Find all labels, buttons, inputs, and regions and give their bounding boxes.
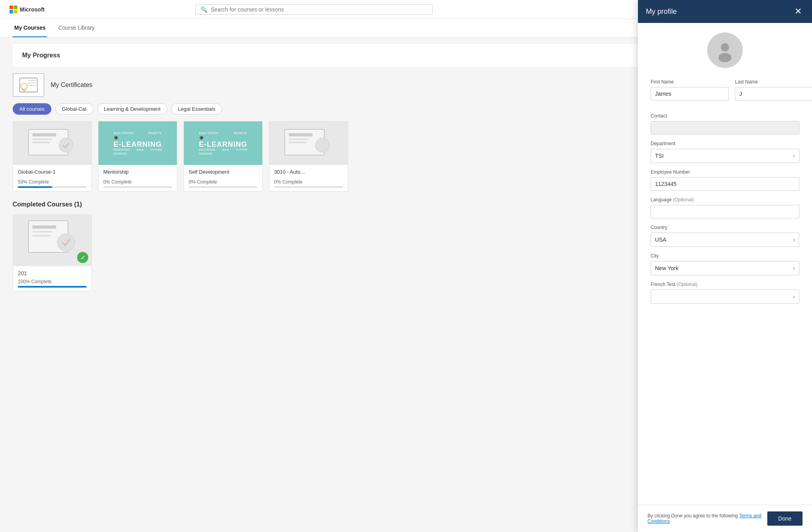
- progress-bar-1: [18, 186, 87, 188]
- svg-rect-19: [32, 225, 56, 229]
- pill-learning-development[interactable]: Learning & Development: [97, 103, 167, 115]
- done-button[interactable]: Done: [767, 511, 803, 526]
- city-value: New York: [655, 265, 678, 271]
- progress-fill-1: [18, 186, 52, 188]
- country-label: Country: [651, 225, 799, 230]
- course-card-4[interactable]: 3010 - Auto... 0% Complete: [269, 121, 348, 191]
- french-test-group: French Test (Optional) ›: [651, 282, 799, 304]
- course-thumb-4: [269, 121, 348, 165]
- city-group: City New York ›: [651, 253, 799, 275]
- profile-panel-title: My profile: [646, 8, 677, 16]
- svg-rect-8: [32, 138, 52, 140]
- footer-terms: By clicking Done you agree to the follow…: [647, 513, 767, 524]
- check-badge: ✓: [77, 252, 88, 263]
- employee-number-input[interactable]: [651, 177, 799, 191]
- avatar-container: [651, 32, 799, 68]
- course-card-1[interactable]: Global-Course-1 50% Complete: [13, 121, 92, 191]
- course-info-2: Mentorship 0% Complete: [98, 165, 177, 191]
- completed-card-info-1: 201 100% Complete: [13, 266, 91, 291]
- tab-my-courses[interactable]: My Courses: [13, 19, 47, 37]
- svg-rect-9: [32, 142, 50, 143]
- name-row: First Name Last Name: [651, 79, 799, 107]
- first-name-group: First Name: [651, 79, 729, 100]
- course-progress-text-2: 0% Complete: [103, 179, 172, 185]
- completed-icon-1: [21, 217, 84, 264]
- contact-input[interactable]: [651, 121, 799, 134]
- employee-number-label: Employee Number: [651, 169, 799, 175]
- course-progress-text-3: 0% Complete: [189, 179, 257, 185]
- svg-rect-21: [32, 235, 50, 237]
- elearning-content-3: ELECTRONICREMOTE 🎓 E-LEARNING EDUCATION★…: [196, 128, 250, 159]
- course-card-2[interactable]: ELECTRONICREMOTE 🎓 E-LEARNING EDUCATION★…: [98, 121, 177, 191]
- completed-progress-text-1: 100% Complete: [18, 279, 87, 284]
- svg-rect-7: [32, 133, 56, 136]
- first-name-input[interactable]: [651, 87, 729, 100]
- course-card-3[interactable]: ELECTRONICREMOTE 🎓 E-LEARNING EDUCATION★…: [184, 121, 263, 191]
- completed-thumb-1: ✓: [13, 215, 91, 266]
- svg-point-24: [721, 43, 729, 51]
- course-icon-1: [21, 123, 84, 163]
- course-progress-text-1: 50% Complete: [18, 179, 87, 185]
- course-title-4: 3010 - Auto...: [274, 169, 343, 177]
- last-name-input[interactable]: [735, 87, 812, 100]
- close-profile-button[interactable]: ✕: [792, 6, 804, 17]
- pill-global-cat[interactable]: Global-Cat: [55, 103, 93, 115]
- certificate-svg: [19, 77, 38, 93]
- svg-point-10: [59, 138, 73, 152]
- course-info-4: 3010 - Auto... 0% Complete: [269, 165, 348, 191]
- contact-group: Contact: [651, 113, 799, 134]
- language-group: Language (Optional): [651, 197, 799, 218]
- completed-progress-fill-1: [18, 286, 87, 288]
- language-input[interactable]: [651, 205, 799, 218]
- course-title-1: Global-Course-1: [18, 169, 87, 177]
- first-name-label: First Name: [651, 79, 729, 85]
- city-select[interactable]: New York ›: [651, 261, 799, 275]
- course-title-3: Self Development: [189, 169, 257, 177]
- department-chevron-icon: ›: [793, 152, 795, 159]
- department-label: Department: [651, 141, 799, 146]
- logo-grid: [9, 6, 17, 13]
- profile-panel-header: My profile ✕: [638, 0, 812, 23]
- course-title-2: Mentorship: [103, 169, 172, 177]
- completed-progress-bar-1: [18, 286, 87, 288]
- course-thumb-2: ELECTRONICREMOTE 🎓 E-LEARNING EDUCATION★…: [98, 121, 177, 165]
- search-input[interactable]: [210, 6, 428, 13]
- avatar: [707, 32, 743, 68]
- french-test-select[interactable]: ›: [651, 290, 799, 304]
- microsoft-logo: Microsoft: [9, 6, 45, 13]
- progress-bar-4: [274, 186, 343, 188]
- completed-card-1[interactable]: ✓ 201 100% Complete: [13, 214, 92, 291]
- course-info-1: Global-Course-1 50% Complete: [13, 165, 91, 191]
- french-test-chevron-icon: ›: [793, 293, 795, 300]
- svg-rect-15: [289, 142, 307, 143]
- completed-course-title-1: 201: [18, 270, 87, 276]
- last-name-label: Last Name: [735, 79, 812, 85]
- employee-number-group: Employee Number: [651, 169, 799, 191]
- country-select[interactable]: USA ›: [651, 233, 799, 247]
- department-select[interactable]: TSI ›: [651, 149, 799, 163]
- profile-panel: My profile ✕ First Name: [638, 0, 812, 532]
- course-thumb-3: ELECTRONICREMOTE 🎓 E-LEARNING EDUCATION★…: [184, 121, 262, 165]
- profile-panel-footer: By clicking Done you agree to the follow…: [638, 505, 812, 532]
- language-label: Language (Optional): [651, 197, 799, 203]
- country-chevron-icon: ›: [793, 236, 795, 243]
- country-group: Country USA ›: [651, 225, 799, 247]
- certificates-label: My Certificates: [51, 81, 93, 89]
- profile-panel-body: First Name Last Name Contact Department …: [638, 23, 812, 505]
- svg-rect-14: [289, 138, 309, 140]
- logo-text: Microsoft: [20, 6, 45, 13]
- course-thumb-1: [13, 121, 91, 165]
- svg-point-25: [719, 53, 732, 62]
- search-bar[interactable]: 🔍: [195, 4, 433, 15]
- cert-icon: [13, 73, 44, 97]
- tab-course-library[interactable]: Course Library: [57, 19, 96, 37]
- avatar-icon: [713, 38, 737, 62]
- last-name-group: Last Name: [735, 79, 812, 100]
- pill-legal-essentials[interactable]: Legal Essentials: [171, 103, 222, 115]
- pill-all-courses[interactable]: All courses: [13, 103, 51, 115]
- elearning-content-2: ELECTRONICREMOTE 🎓 E-LEARNING EDUCATION★…: [110, 128, 165, 159]
- svg-point-1: [21, 83, 27, 89]
- department-group: Department TSI ›: [651, 141, 799, 163]
- course-progress-text-4: 0% Complete: [274, 179, 343, 185]
- department-value: TSI: [655, 153, 664, 159]
